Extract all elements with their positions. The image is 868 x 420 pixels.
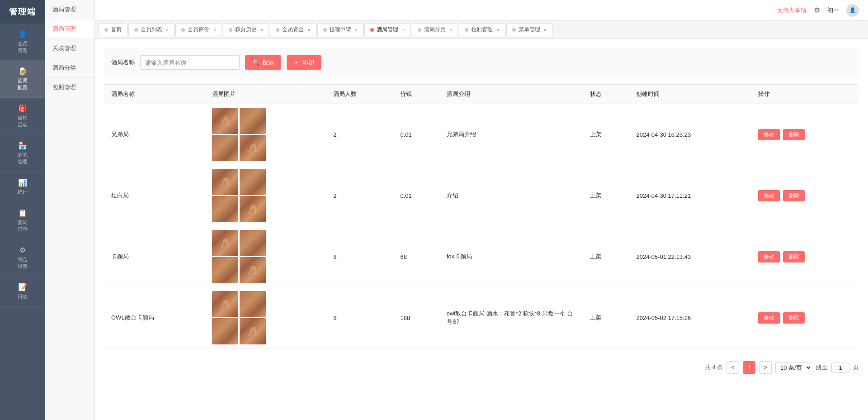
- party-intro-3: fox卡颜局: [439, 226, 583, 287]
- jump-label: 跳至: [816, 363, 828, 372]
- tab-package-mgmt-close[interactable]: ×: [496, 27, 499, 33]
- party-status-1: 上架: [583, 104, 629, 165]
- party-actions-4: 修改 删除: [751, 287, 859, 348]
- col-image: 酒局图片: [205, 85, 326, 104]
- nav-label-party-order: 酒局 订单: [18, 219, 28, 233]
- tab-points-close[interactable]: ×: [260, 27, 263, 33]
- col-people: 酒局人数: [326, 85, 393, 104]
- tab-member-funds-label: 会员资金: [282, 26, 304, 33]
- edit-button-4[interactable]: 修改: [758, 312, 780, 324]
- nav-item-stats[interactable]: 📊 统计: [0, 172, 45, 202]
- stats-icon: 📊: [18, 178, 27, 187]
- top-header: 无待办事项 ⚙ 初一 👤: [95, 0, 868, 21]
- party-people-2: 2: [326, 165, 393, 226]
- tab-member-funds[interactable]: 会员资金 ×: [270, 24, 316, 36]
- sub-nav-item-party-manage[interactable]: 酒局管理: [45, 19, 94, 39]
- party-actions-2: 修改 删除: [751, 165, 859, 226]
- tab-party-mgmt[interactable]: 酒局管理 ×: [364, 24, 410, 36]
- tab-package-mgmt[interactable]: 包厢管理 ×: [459, 24, 505, 36]
- pending-tasks[interactable]: 无待办事项: [777, 6, 807, 14]
- nav-item-member[interactable]: 👤 会员 管理: [0, 24, 45, 61]
- add-btn-label: 添加: [302, 58, 314, 67]
- nav-item-promo[interactable]: 🎁 促销 活动: [0, 98, 45, 135]
- party-price-3: 68: [393, 226, 439, 287]
- tab-home[interactable]: 首页: [99, 24, 127, 36]
- bar-icon: 🏪: [18, 141, 27, 150]
- app-logo: 管理端: [0, 0, 45, 24]
- table-row: 兄弟局 🥂 🥂 2 0.01 兄弟局介绍 上架: [104, 104, 859, 165]
- settings-gear-icon[interactable]: ⚙: [814, 6, 820, 14]
- col-name: 酒局名称: [104, 85, 205, 104]
- nav-item-log[interactable]: 📝 日志: [0, 277, 45, 307]
- tab-party-mgmt-close[interactable]: ×: [402, 27, 405, 33]
- table-row: 坦白局 🥂 🥂 2 0.01 介绍 上架: [104, 165, 859, 226]
- tab-member-list-close[interactable]: ×: [166, 27, 169, 33]
- tab-points-label: 积分历史: [235, 26, 257, 33]
- search-input[interactable]: [140, 55, 240, 70]
- edit-button-1[interactable]: 修改: [758, 129, 780, 140]
- col-status: 状态: [583, 85, 629, 104]
- delete-button-2[interactable]: 删除: [783, 190, 805, 201]
- delete-button-1[interactable]: 删除: [783, 129, 805, 140]
- party-people-1: 2: [326, 104, 393, 165]
- sub-nav-item-party-manage-top[interactable]: 酒局管理: [45, 0, 94, 19]
- tab-member-list[interactable]: 会员列表 ×: [128, 24, 175, 36]
- prev-page-button[interactable]: <: [726, 361, 739, 374]
- pagination: 共 4 条 < 1 > 10 条/页 20 条/页 50 条/页 跳至 页: [104, 356, 859, 376]
- delete-button-4[interactable]: 删除: [783, 312, 805, 324]
- sub-nav-item-package[interactable]: 包厢管理: [45, 78, 94, 97]
- jump-input[interactable]: [831, 363, 849, 373]
- tab-package-mgmt-label: 包厢管理: [471, 26, 493, 33]
- nav-item-party-config[interactable]: 🍺 酒局 配置: [0, 61, 45, 98]
- nav-item-party-order[interactable]: 📋 酒局 订单: [0, 202, 45, 239]
- avatar: 👤: [846, 4, 859, 17]
- party-name-3: 卡颜局: [104, 226, 205, 287]
- settings-icon: ⚙: [19, 246, 26, 254]
- edit-button-3[interactable]: 修改: [758, 251, 780, 262]
- party-created-4: 2024-05-02 17:15:26: [629, 287, 750, 348]
- tab-party-mgmt-label: 酒局管理: [377, 26, 398, 33]
- nav-label-settings: 综合 设置: [18, 256, 28, 270]
- delete-button-3[interactable]: 删除: [783, 251, 805, 262]
- current-page-button[interactable]: 1: [743, 361, 755, 374]
- add-button[interactable]: ＋ 添加: [287, 55, 321, 70]
- member-icon: 👤: [18, 30, 27, 38]
- tab-member-review[interactable]: 会员评价 ×: [175, 24, 222, 36]
- party-name-1: 兄弟局: [104, 104, 205, 165]
- col-actions: 操作: [751, 85, 859, 104]
- edit-button-2[interactable]: 修改: [758, 190, 780, 201]
- sub-nav-item-related[interactable]: 关联管理: [45, 39, 94, 58]
- tab-party-category[interactable]: 酒局分类 ×: [412, 24, 458, 36]
- tab-member-list-label: 会员列表: [141, 26, 162, 33]
- tab-menu-mgmt-close[interactable]: ×: [544, 27, 547, 33]
- tab-party-category-close[interactable]: ×: [449, 27, 452, 33]
- total-count: 共 4 条: [705, 363, 723, 372]
- nav-item-settings[interactable]: ⚙ 综合 设置: [0, 239, 45, 277]
- table-row: 卡颜局 🥂 🥂 8 68 fox卡颜局 上架: [104, 226, 859, 287]
- add-icon: ＋: [294, 58, 300, 67]
- tab-withdrawal-close[interactable]: ×: [355, 27, 358, 33]
- party-name-4: OWL散台卡颜局: [104, 287, 205, 348]
- search-button[interactable]: 🔍 搜索: [245, 55, 281, 70]
- tab-menu-mgmt[interactable]: 菜单管理 ×: [506, 24, 552, 36]
- sub-nav-item-category[interactable]: 酒局分类: [45, 58, 94, 78]
- nav-item-bar[interactable]: 🏪 酒吧 管理: [0, 135, 45, 172]
- content-area: 酒局名称 🔍 搜索 ＋ 添加 酒局名称 酒局图片 酒局人数 价钱: [95, 39, 868, 420]
- search-btn-label: 搜索: [262, 58, 274, 67]
- nav-label-log: 日志: [18, 293, 28, 300]
- next-page-button[interactable]: >: [759, 361, 772, 374]
- search-icon: 🔍: [252, 59, 259, 66]
- tab-member-review-close[interactable]: ×: [213, 27, 216, 33]
- main-content-area: 无待办事项 ⚙ 初一 👤 首页 会员列表 × 会员评价 × 积分历史 ×: [95, 0, 868, 420]
- nav-label-bar: 酒吧 管理: [18, 152, 28, 165]
- party-created-1: 2024-04-30 16:25:23: [629, 104, 750, 165]
- party-actions-3: 修改 删除: [751, 226, 859, 287]
- tab-party-mgmt-dot: [370, 28, 374, 32]
- tab-withdrawal[interactable]: 提现申请 ×: [317, 24, 363, 36]
- party-intro-2: 介绍: [439, 165, 583, 226]
- tab-member-funds-close[interactable]: ×: [307, 27, 310, 33]
- party-intro-4: owl散台卡颜局 酒水：布鲁*2 软饮*8 果盘一个 台号S7: [439, 287, 583, 348]
- order-icon: 📋: [18, 209, 27, 217]
- page-size-select[interactable]: 10 条/页 20 条/页 50 条/页: [775, 362, 812, 373]
- tab-points[interactable]: 积分历史 ×: [223, 24, 269, 36]
